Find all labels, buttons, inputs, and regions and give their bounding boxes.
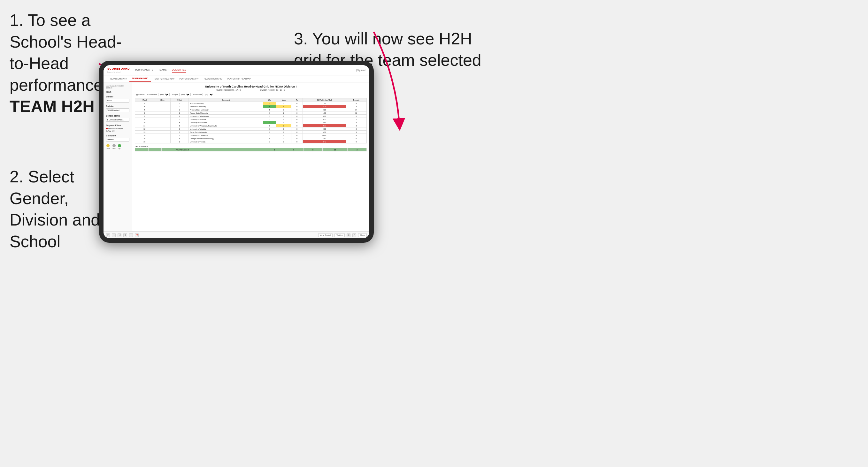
toolbar-back[interactable]: ◁ [118,233,121,237]
sidebar-division-label: Division [106,105,129,107]
toolbar-grid-icon[interactable]: ⊞ [347,233,350,237]
sub-nav-team-h2h-grid[interactable]: TEAM H2H GRID [129,75,151,82]
cell-tie: 0 [291,140,303,144]
sub-nav: TEAM SUMMARY TEAM H2H GRID TEAM H2H HEAT… [103,75,369,83]
out-of-division-table: NCAA Division II 1 0 0 26 3 [135,148,367,151]
h2h-table: # Rank # Reg # Conf Opponent Win Loss Ti… [135,98,367,144]
tablet-frame: SCOREBOARDPowered by clippd TOURNAMENTS … [99,61,374,243]
sign-out-link[interactable]: | Sign out [356,69,366,71]
legend-down: Down [106,144,110,150]
cell-name: Arizona State University [189,108,263,112]
grid-filters: Opponents: Conference (All) Region (All) [135,93,367,96]
sidebar-colour-select[interactable]: Win/loss [106,138,129,142]
opponent-select[interactable]: (All) [203,93,214,96]
cell-rounds: 8 [346,105,367,108]
cell-win: 1 [263,118,276,121]
cell-rounds: 3 [346,115,367,118]
toolbar-share[interactable]: Share [358,233,367,237]
conference-select[interactable]: (All) [158,93,169,96]
cell-rounds: 8 [346,121,367,124]
cell-reg [154,137,170,140]
cell-diff: 5.56 [303,131,346,134]
col-opponent: Opponent [189,98,263,102]
table-row: 13 1 Texas Tech University 3 0 0 5.56 9 [135,131,367,134]
toolbar-view[interactable]: View: Original [318,233,333,237]
cell-tie: 0 [291,102,303,105]
cell-conf: 2 [170,134,189,137]
legend-up-circle [118,144,121,147]
cell-conf: 1 [170,131,189,134]
toolbar-expand[interactable]: ⤢ [352,233,356,237]
out-of-division-label: Out of division [135,145,367,147]
cell-win: 1 [263,127,276,131]
annotation-line1: 1. To see a School's Head- [9,11,122,51]
cell-rank: 8 [135,115,154,118]
filter-opponent: Opponent (All) [193,93,214,96]
sub-nav-player-h2h-grid[interactable]: PLAYER H2H GRID [201,75,225,82]
grid-records: Overall Record: 89 - 17 - 0 Division Rec… [135,89,367,91]
filter-region: Region (All) [172,93,191,96]
cell-rounds: 9 [346,137,367,140]
cell-tie: 0 [291,131,303,134]
col-tie: Tie [291,98,303,102]
table-row: 6 2 Florida State University 1 2 0 1.83 … [135,112,367,115]
ood-conf [162,148,175,151]
out-of-division-row: NCAA Division II 1 0 0 26 3 [135,148,367,151]
cell-name: University of Oklahoma [189,134,263,137]
cell-rank: 6 [135,112,154,115]
sidebar: Last Updated: 27/03/2024 16:55:38 Team G… [103,83,132,231]
cell-rounds: 3 [346,124,367,127]
grid-panel: University of North Carolina Head-to-Hea… [132,83,369,231]
sub-nav-team-h2h-heatmap[interactable]: TEAM H2H HEATMAP [151,75,177,82]
region-select[interactable]: (All) [179,93,191,96]
cell-name: Georgia Institute of Technology [189,137,263,140]
toolbar-plus[interactable]: + [129,233,133,237]
table-row: 10 5 University of Alabama 3 0 0 2.61 8 [135,121,367,124]
sub-nav-player-h2h-heatmap[interactable]: PLAYER H2H HEATMAP [225,75,253,82]
toolbar-copy[interactable]: ⧉ [123,233,127,237]
sidebar-team-label: Team [106,91,129,93]
nav-committee[interactable]: COMMITTEE [172,68,186,72]
cell-loss: 1 [276,137,291,140]
sidebar-radio-top100[interactable]: Top 100 [106,130,129,132]
cell-diff: 2.29 [303,108,346,112]
sidebar-team-section: Team [106,91,129,93]
nav-teams[interactable]: TEAMS [158,68,167,72]
cell-conf: 4 [170,137,189,140]
cell-diff: 1.67 [303,102,346,105]
table-row: 15 4 Georgia Institute of Technology 0 1… [135,137,367,140]
cell-rounds: 9 [346,131,367,134]
ood-tie: 0 [303,148,322,151]
sidebar-opponent-view-label: Opponent View [106,124,129,126]
toolbar-redo[interactable]: ↪ [112,233,116,237]
sidebar-division-select[interactable]: NCAA Division I [106,108,129,112]
sub-nav-player-summary[interactable]: PLAYER SUMMARY [177,75,201,82]
cell-tie: 0 [291,121,303,124]
sidebar-radio-opponents-played[interactable]: Opponents Played [106,127,129,129]
cell-name: University of Washington [189,115,263,118]
cell-rank: 3 [135,105,154,108]
nav-tournaments[interactable]: TOURNAMENTS [135,68,153,72]
sidebar-gender-select[interactable]: Men's [106,99,129,102]
cell-reg [154,131,170,134]
radio-dot-top100 [106,130,108,132]
logo-text: SCOREBOARDPowered by clippd [107,67,130,73]
sidebar-opponent-view-section: Opponent View Opponents Played Top 100 [106,124,129,132]
table-row: 11 6 University of Arkansas, Fayettevill… [135,124,367,127]
cell-reg [154,115,170,118]
cell-name: University of Virginia [189,127,263,131]
cell-reg [154,127,170,131]
cell-rank: 4 [135,108,154,112]
toolbar-watch[interactable]: Watch ▾ [335,233,345,237]
sidebar-school-label: School (Rank) [106,115,129,117]
sidebar-school-select[interactable]: 1. University of Nort... [106,118,129,122]
toolbar-clock[interactable]: ⏰ [135,233,138,237]
col-reg: # Reg [154,98,170,102]
table-row: 8 2 University of Washington 1 0 0 3.67 … [135,115,367,118]
toolbar-undo[interactable]: ↩ [106,233,110,237]
cell-loss: 1 [276,140,291,144]
sidebar-radio-group: Opponents Played Top 100 [106,127,129,132]
table-row: 4 1 Arizona State University 5 1 0 2.29 … [135,108,367,112]
cell-loss: 2 [276,112,291,115]
sub-nav-team-summary[interactable]: TEAM SUMMARY [107,75,129,82]
